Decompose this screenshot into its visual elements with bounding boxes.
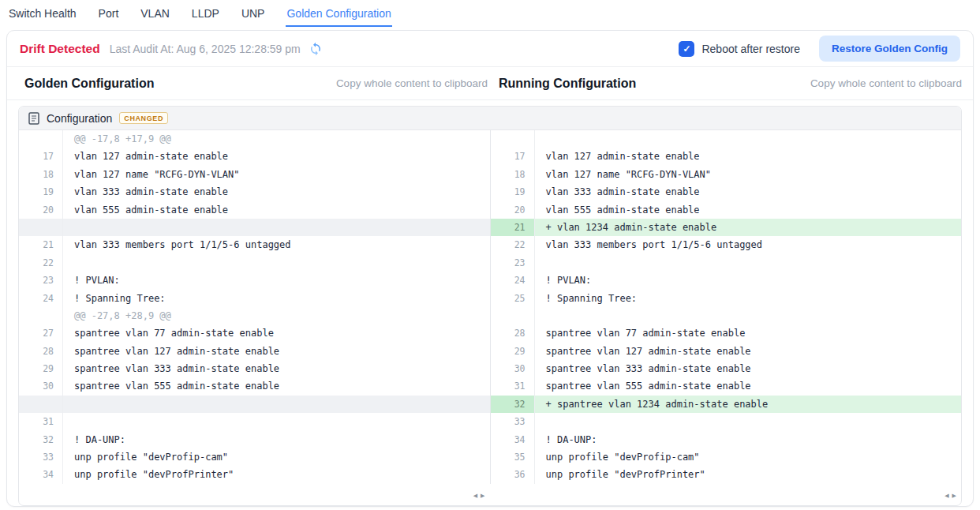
last-audit-text: Last Audit At: Aug 6, 2025 12:28:59 pm <box>110 43 301 55</box>
diff-line-left: vlan 333 admin-state enable <box>63 183 490 201</box>
diff-line-right: vlan 333 admin-state enable <box>535 183 962 201</box>
diff-line-left: ! Spanning Tree: <box>63 290 490 307</box>
diff-line-left: ! DA-UNP: <box>63 431 490 448</box>
pane-titles-row: Golden Configuration Copy whole content … <box>7 67 973 100</box>
scroll-left-icon[interactable]: ◀ <box>943 493 950 498</box>
line-number-left <box>19 307 63 324</box>
diff-line-left: ! PVLAN: <box>63 272 490 289</box>
line-number-right <box>490 307 535 324</box>
diff-line-right <box>535 413 962 430</box>
changed-badge: CHANGED <box>119 112 168 124</box>
line-number-right: 17 <box>490 148 535 165</box>
refresh-audit-button[interactable] <box>309 42 323 56</box>
line-number-left: 22 <box>19 254 63 272</box>
diff-line-left: unp profile "devProfip-cam" <box>63 448 490 466</box>
diff-line-right: ! Spanning Tree: <box>535 290 962 307</box>
tab-lldp[interactable]: LLDP <box>191 6 220 27</box>
running-pane-scrollbar: ◀▶ <box>491 486 962 501</box>
copy-running-content-button[interactable]: Copy whole content to clipboard <box>810 77 962 89</box>
diff-line-right: + spantree vlan 1234 admin-state enable <box>535 396 962 413</box>
scroll-right-icon[interactable]: ▶ <box>951 493 958 498</box>
diff-line-right: spantree vlan 333 admin-state enable <box>535 360 962 377</box>
tab-golden-configuration[interactable]: Golden Configuration <box>286 6 391 27</box>
copy-golden-content-button[interactable]: Copy whole content to clipboard <box>336 77 488 89</box>
line-number-right: 30 <box>490 360 535 377</box>
diff-line-right <box>535 254 962 272</box>
diff-line-right: unp profile "devProfPrinter" <box>535 466 962 483</box>
line-number-left: 19 <box>19 183 63 201</box>
checkmark-icon: ✓ <box>683 43 690 54</box>
configuration-section-header: Configuration CHANGED <box>19 107 961 130</box>
line-number-right: 21 <box>490 219 535 236</box>
line-number-left: 33 <box>19 448 63 466</box>
line-number-right: 36 <box>490 466 535 483</box>
drift-header: Drift Detected Last Audit At: Aug 6, 202… <box>7 31 973 67</box>
line-number-right: 31 <box>490 377 535 395</box>
line-number-left: 20 <box>19 201 63 219</box>
diff-line-left: spantree vlan 333 admin-state enable <box>63 360 490 377</box>
line-number-left: 21 <box>19 236 63 253</box>
configuration-diff-block: Configuration CHANGED @@ -17,8 +17,9 @@1… <box>18 106 962 506</box>
diff-line-right: spantree vlan 127 admin-state enable <box>535 343 962 360</box>
line-number-right: 22 <box>490 236 535 253</box>
line-number-right: 33 <box>490 413 535 430</box>
line-number-right: 18 <box>490 166 535 183</box>
line-number-left: 24 <box>19 290 63 307</box>
line-number-right: 28 <box>490 324 535 342</box>
diff-line-right: ! DA-UNP: <box>535 431 962 448</box>
line-number-left <box>19 396 63 413</box>
diff-line-right <box>535 307 962 324</box>
horizontal-scroll-strip: ◀▶ ◀▶ <box>19 484 961 505</box>
line-number-left <box>19 219 63 236</box>
line-number-left <box>19 130 63 148</box>
diff-line-left <box>63 413 490 430</box>
running-configuration-title: Running Configuration <box>499 77 636 91</box>
diff-line-left: spantree vlan 77 admin-state enable <box>63 324 490 342</box>
line-number-left: 34 <box>19 466 63 483</box>
line-number-right: 32 <box>490 396 535 413</box>
line-number-right: 24 <box>490 272 535 289</box>
reboot-after-restore-label: Reboot after restore <box>701 43 800 55</box>
line-number-left: 31 <box>19 413 63 430</box>
line-number-left: 17 <box>19 148 63 165</box>
diff-line-right: spantree vlan 555 admin-state enable <box>535 377 962 395</box>
line-number-left: 28 <box>19 343 63 360</box>
restore-golden-config-button[interactable]: Restore Golden Config <box>819 36 960 62</box>
document-icon <box>28 112 39 125</box>
scroll-right-icon[interactable]: ▶ <box>479 493 486 498</box>
diff-line-left: unp profile "devProfPrinter" <box>63 466 490 483</box>
running-title-half: Running Configuration Copy whole content… <box>494 77 962 91</box>
diff-line-right: vlan 333 members port 1/1/5-6 untagged <box>535 236 962 253</box>
hunk-header: @@ -17,8 +17,9 @@ <box>63 130 490 148</box>
diff-line-left: spantree vlan 555 admin-state enable <box>63 377 490 395</box>
hunk-header: @@ -27,8 +28,9 @@ <box>63 307 490 324</box>
diff-line-right: spantree vlan 77 admin-state enable <box>535 324 962 342</box>
golden-pane-scrollbar: ◀▶ <box>19 486 491 501</box>
diff-line-left: vlan 127 admin-state enable <box>63 148 490 165</box>
diff-line-right: vlan 555 admin-state enable <box>535 201 962 219</box>
tab-port[interactable]: Port <box>98 6 120 27</box>
diff-line-right: unp profile "devProfip-cam" <box>535 448 962 466</box>
diff-line-right: ! PVLAN: <box>535 272 962 289</box>
diff-line-left: vlan 333 members port 1/1/5-6 untagged <box>63 236 490 253</box>
diff-line-right: vlan 127 admin-state enable <box>535 148 962 165</box>
tab-unp[interactable]: UNP <box>241 6 266 27</box>
scroll-left-icon[interactable]: ◀ <box>472 493 479 498</box>
diff-line-left: vlan 555 admin-state enable <box>63 201 490 219</box>
configuration-section-title: Configuration <box>47 112 112 125</box>
line-number-left: 18 <box>19 166 63 183</box>
line-number-right: 20 <box>490 201 535 219</box>
line-number-left: 32 <box>19 431 63 448</box>
sync-icon <box>309 42 323 56</box>
top-tab-bar: Switch Health Port VLAN LLDP UNP Golden … <box>0 0 980 27</box>
line-number-right: 35 <box>490 448 535 466</box>
tab-switch-health[interactable]: Switch Health <box>8 6 77 27</box>
tab-vlan[interactable]: VLAN <box>140 6 170 27</box>
diff-line-right: + vlan 1234 admin-state enable <box>535 219 962 236</box>
drift-actions: ✓ Reboot after restore Restore Golden Co… <box>679 36 960 62</box>
reboot-after-restore-checkbox[interactable]: ✓ <box>679 41 694 57</box>
diff-line-right <box>535 130 962 148</box>
line-number-right: 19 <box>490 183 535 201</box>
line-number-right: 23 <box>490 254 535 272</box>
line-number-left: 23 <box>19 272 63 289</box>
